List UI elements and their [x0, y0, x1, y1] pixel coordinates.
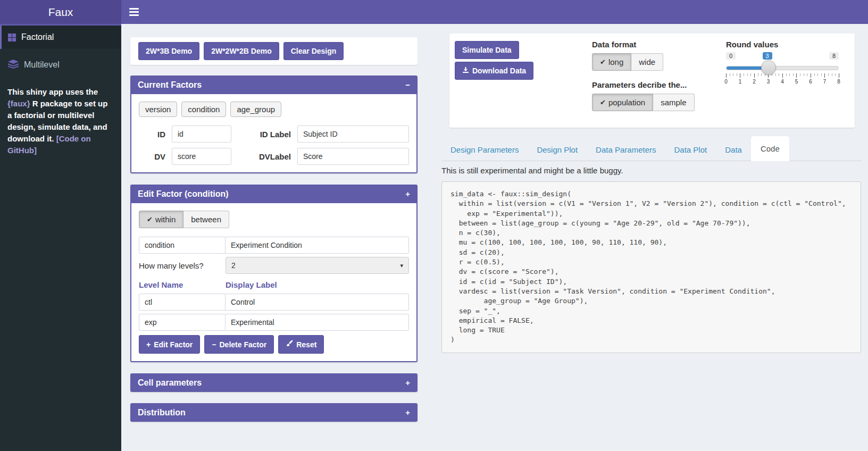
data-format-label: Data format — [592, 40, 695, 49]
level-column-headers: Level Name Display Label — [139, 280, 409, 289]
slider-track[interactable] — [726, 66, 839, 70]
slider-value-badge[interactable]: 3 — [763, 52, 772, 60]
demo-2w3b-button[interactable]: 2W*3B Demo — [138, 42, 199, 60]
current-factors-panel: Current Factors − version condition age_… — [130, 76, 418, 173]
tab-design-plot[interactable]: Design Plot — [528, 139, 587, 161]
dv-field[interactable] — [172, 148, 231, 165]
tab-data-parameters[interactable]: Data Parameters — [587, 139, 665, 161]
current-factors-body: version condition age_group ID ID Label … — [130, 94, 418, 173]
layers-icon — [8, 60, 19, 71]
display-label-header: Display Label — [226, 280, 409, 289]
tab-data[interactable]: Data — [716, 139, 751, 161]
cell-parameters-header[interactable]: Cell parameters + — [130, 373, 418, 392]
hamburger-icon — [129, 14, 139, 16]
round-values-label: Round values — [726, 40, 846, 49]
slider-max-badge: 8 — [829, 52, 839, 60]
round-values-group: Round values 0 3 8 0 1 2 3 4 5 6 7 8 — [726, 40, 846, 85]
chevron-down-icon: ▾ — [400, 262, 403, 269]
factor-name-row — [139, 237, 409, 254]
distribution-header[interactable]: Distribution + — [130, 403, 418, 422]
download-data-button[interactable]: Download Data — [455, 62, 533, 80]
paint-brush-icon — [286, 340, 293, 349]
tab-design-parameters[interactable]: Design Parameters — [441, 139, 528, 161]
long-toggle[interactable]: ✔ long — [592, 53, 631, 71]
reset-button[interactable]: Reset — [278, 335, 324, 354]
panel-title: Edit Factor (condition) — [138, 189, 229, 199]
experimental-note: This is still experimental and might be … — [441, 166, 862, 175]
factor-tag-version[interactable]: version — [139, 102, 177, 117]
id-label-field[interactable] — [297, 126, 409, 143]
selected-value: 2 — [231, 261, 236, 270]
sidebar-item-multilevel[interactable]: Multilevel — [0, 53, 121, 77]
edit-factor-body: ✔ within between How many levels? 2 ▾ — [130, 203, 418, 362]
toggle-label: long — [608, 57, 623, 66]
collapse-plus-icon[interactable]: + — [405, 189, 410, 198]
factor-tag-condition[interactable]: condition — [181, 102, 226, 117]
plus-icon: + — [146, 340, 151, 349]
factor-tag-age-group[interactable]: age_group — [230, 102, 281, 117]
current-factors-header[interactable]: Current Factors − — [130, 76, 418, 94]
factor-name-field[interactable] — [139, 237, 226, 254]
tick-label: 8 — [836, 79, 842, 85]
between-toggle[interactable]: between — [183, 211, 229, 228]
level-name-header: Level Name — [139, 280, 226, 289]
collapse-plus-icon[interactable]: + — [405, 378, 410, 387]
format-options: Data format ✔ long wide Parameters decri… — [592, 40, 695, 121]
simulate-card: Simulate Data Download Data Data format … — [449, 34, 855, 128]
id-label-label: ID Label — [238, 130, 291, 139]
data-format-toggle: ✔ long wide — [592, 53, 663, 71]
demo-toolbar: 2W*3B Demo 2W*2W*2B Demo Clear Design — [130, 37, 418, 65]
population-toggle[interactable]: ✔ population — [592, 94, 653, 111]
tick-label: 2 — [751, 79, 757, 85]
edit-factor-panel: Edit Factor (condition) + ✔ within betwe… — [130, 185, 418, 362]
simulate-data-button[interactable]: Simulate Data — [455, 41, 519, 59]
level-name-field[interactable] — [139, 294, 226, 311]
top-navbar: Faux — [0, 0, 868, 24]
levels-count-select[interactable]: 2 ▾ — [226, 257, 409, 274]
download-icon — [462, 66, 469, 75]
dv-label-field[interactable] — [297, 148, 409, 165]
level-name-field[interactable] — [139, 314, 226, 331]
slider-handle[interactable] — [761, 60, 776, 75]
dv-label: DV — [139, 152, 165, 161]
faux-package-link[interactable]: {faux} — [7, 99, 30, 108]
collapse-plus-icon[interactable]: + — [405, 408, 410, 417]
tab-code[interactable]: Code — [751, 136, 789, 161]
tick-label: 0 — [723, 79, 729, 85]
delete-factor-button[interactable]: − Delete Factor — [204, 335, 274, 354]
demo-2w2w2b-button[interactable]: 2W*2W*2B Demo — [204, 42, 279, 60]
tick-label: 6 — [807, 79, 814, 85]
clear-design-button[interactable]: Clear Design — [283, 42, 344, 60]
app-logo: Faux — [0, 0, 121, 24]
id-field[interactable] — [172, 126, 231, 143]
toggle-label: within — [155, 215, 176, 224]
sidebar-item-label: Factorial — [21, 32, 54, 42]
sample-toggle[interactable]: sample — [653, 94, 694, 111]
toggle-label: population — [608, 98, 645, 107]
factor-display-field[interactable] — [225, 237, 409, 254]
tab-data-plot[interactable]: Data Plot — [665, 139, 716, 161]
generated-code-block: sim_data <- faux::sim_design( within = l… — [441, 181, 861, 353]
id-label: ID — [139, 130, 165, 139]
sidebar-toggle-button[interactable] — [121, 0, 147, 24]
collapse-minus-icon[interactable]: − — [405, 80, 410, 89]
level-label-field[interactable] — [225, 294, 409, 311]
grid-icon — [8, 34, 16, 41]
wide-toggle[interactable]: wide — [631, 53, 663, 71]
level-row — [139, 314, 409, 331]
slider-min-badge: 0 — [726, 52, 736, 60]
within-toggle[interactable]: ✔ within — [139, 211, 183, 228]
check-icon: ✔ — [600, 98, 606, 106]
distribution-panel: Distribution + — [130, 403, 418, 422]
panel-title: Cell parameters — [138, 378, 202, 388]
dv-label-label: DVLabel — [238, 152, 291, 161]
button-label: Reset — [296, 340, 316, 349]
edit-factor-button[interactable]: + Edit Factor — [139, 335, 200, 354]
sidebar-item-factorial[interactable]: Factorial — [0, 26, 121, 49]
edit-factor-header[interactable]: Edit Factor (condition) + — [130, 185, 418, 203]
params-describe-toggle: ✔ population sample — [592, 94, 695, 111]
level-label-field[interactable] — [225, 314, 409, 331]
output-tabs-area: Design Parameters Design Plot Data Param… — [441, 135, 862, 353]
id-dv-grid: ID ID Label DV DVLabel — [139, 126, 409, 165]
tick-label: 1 — [737, 79, 744, 85]
